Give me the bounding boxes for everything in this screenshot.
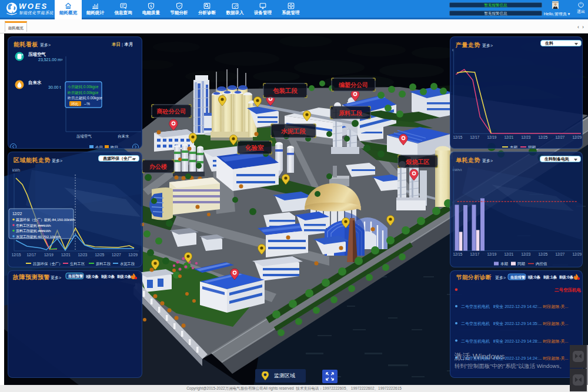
svg-text:12/21: 12/21 xyxy=(505,252,514,256)
svg-text:二号空压机电机 Ⅱ安全 2022-12-29 14:42: 二号空压机电机 Ⅱ安全 2022-12-29 14:42:... 时段超限-关.… xyxy=(461,304,568,309)
svg-text:本期: 本期 xyxy=(510,145,517,149)
svg-text:12/17: 12/17 xyxy=(470,252,480,256)
svg-text:环比: 环比 xyxy=(71,102,79,106)
svg-text:原料工段: 原料工段 xyxy=(338,110,363,116)
svg-text:二号空压机电机 Ⅱ安全 2022-12-29 14:28: 二号空压机电机 Ⅱ安全 2022-12-29 14:28:... 时段超限-关.… xyxy=(461,339,568,344)
svg-text:化验室: 化验室 xyxy=(245,144,264,151)
svg-text:昨日能耗:0.00kgce: 昨日能耗:0.00kgce xyxy=(68,91,99,95)
svg-text:今日能耗:0.00kgce: 今日能耗:0.00kgce xyxy=(68,85,99,89)
svg-text:23,521.00 m³: 23,521.00 m³ xyxy=(38,58,63,62)
svg-text:包装工段: 包装工段 xyxy=(272,87,298,94)
svg-text:原料工段能耗:###kWh: 原料工段能耗:###kWh xyxy=(16,229,51,233)
svg-text:12/29: 12/29 xyxy=(128,253,138,257)
svg-text:二号空压机电: 二号空压机电 xyxy=(554,287,582,293)
svg-text:12/17: 12/17 xyxy=(27,253,36,257)
svg-text:12/23: 12/23 xyxy=(522,252,531,256)
svg-text:Ⅱ级:1条: Ⅱ级:1条 xyxy=(543,275,557,280)
svg-text:昌源环保（全厂）能耗:84,150.00kWh: 昌源环保（全厂）能耗:84,150.00kWh xyxy=(16,217,75,222)
svg-text:12/21: 12/21 xyxy=(505,135,514,139)
svg-text:12/19: 12/19 xyxy=(487,252,497,256)
svg-text:t: t xyxy=(452,48,453,52)
svg-text:12/29: 12/29 xyxy=(573,135,582,139)
svg-text:内控值: 内控值 xyxy=(536,262,547,266)
svg-text:昌源环保（全厂）: 昌源环保（全厂） xyxy=(33,262,62,266)
svg-text:当前预警: 当前预警 xyxy=(68,274,84,279)
svg-text:12/15: 12/15 xyxy=(453,252,463,256)
svg-text:12/15: 12/15 xyxy=(12,253,21,257)
svg-text:昨日总能耗:0.00kgce: 昨日总能耗:0.00kgce xyxy=(68,96,102,100)
svg-text:自来水: 自来水 xyxy=(28,80,42,85)
svg-text:12/25: 12/25 xyxy=(539,252,548,256)
svg-text:kWh/t: kWh/t xyxy=(453,168,462,172)
svg-text:12/22: 12/22 xyxy=(12,212,22,216)
svg-text:生料工区能耗:###kWh: 生料工区能耗:###kWh xyxy=(16,223,51,228)
svg-text:Ⅰ级:0条: Ⅰ级:0条 xyxy=(528,275,541,280)
svg-text:水泥工段能耗:60,792.10kWh: 水泥工段能耗:60,792.10kWh xyxy=(16,234,61,239)
svg-text:商砼分公司: 商砼分公司 xyxy=(157,108,186,115)
svg-text:Ⅱ级:0条: Ⅱ级:0条 xyxy=(101,274,115,279)
svg-text:压缩空气: 压缩空气 xyxy=(76,134,92,139)
svg-text:二号空压机电机 Ⅱ安全 2022-12-29 14:35: 二号空压机电机 Ⅱ安全 2022-12-29 14:35:... 时段超限-关.… xyxy=(461,321,568,326)
svg-text:自来水: 自来水 xyxy=(118,134,129,139)
svg-text:12/27: 12/27 xyxy=(556,252,565,256)
svg-text:本期: 本期 xyxy=(500,262,508,266)
svg-text:12/25: 12/25 xyxy=(95,253,105,257)
svg-text:同期: 同期 xyxy=(517,262,525,266)
svg-text:生料工区: 生料工区 xyxy=(70,262,85,266)
svg-text:12/27: 12/27 xyxy=(556,135,565,139)
svg-text:办公楼: 办公楼 xyxy=(149,163,168,170)
svg-text:同期: 同期 xyxy=(528,145,536,149)
svg-text:12/25: 12/25 xyxy=(539,135,548,139)
svg-text:12/17: 12/17 xyxy=(470,135,480,139)
svg-text:12/23: 12/23 xyxy=(78,253,88,257)
svg-text:Ⅲ级:0条: Ⅲ级:0条 xyxy=(117,274,132,279)
svg-text:--%: --% xyxy=(84,102,90,106)
svg-text:今日: 今日 xyxy=(95,145,103,149)
svg-text:12/27: 12/27 xyxy=(112,253,121,257)
svg-text:水泥工段: 水泥工段 xyxy=(280,128,306,135)
svg-text:煅烧工区: 煅烧工区 xyxy=(406,159,430,165)
svg-text:kWh: kWh xyxy=(12,168,20,172)
svg-text:水泥工段: 水泥工段 xyxy=(120,262,135,266)
svg-text:当前报警: 当前报警 xyxy=(510,275,526,280)
svg-text:Ⅲ级:0条: Ⅲ级:0条 xyxy=(559,275,574,280)
svg-text:原料工段: 原料工段 xyxy=(96,262,111,266)
svg-text:12/19: 12/19 xyxy=(487,135,497,139)
svg-text:30.00 t: 30.00 t xyxy=(48,85,61,89)
svg-text:压缩空气: 压缩空气 xyxy=(28,52,46,57)
svg-text:Ⅰ级:0条: Ⅰ级:0条 xyxy=(86,274,99,279)
svg-text:12/21: 12/21 xyxy=(61,253,71,257)
svg-text:昨日: 昨日 xyxy=(111,145,118,149)
svg-text:12/19: 12/19 xyxy=(44,253,54,257)
svg-text:编塑分公司: 编塑分公司 xyxy=(338,81,368,88)
svg-text:12/29: 12/29 xyxy=(573,252,582,256)
svg-text:12/15: 12/15 xyxy=(453,135,463,139)
svg-text:12/23: 12/23 xyxy=(522,135,531,139)
